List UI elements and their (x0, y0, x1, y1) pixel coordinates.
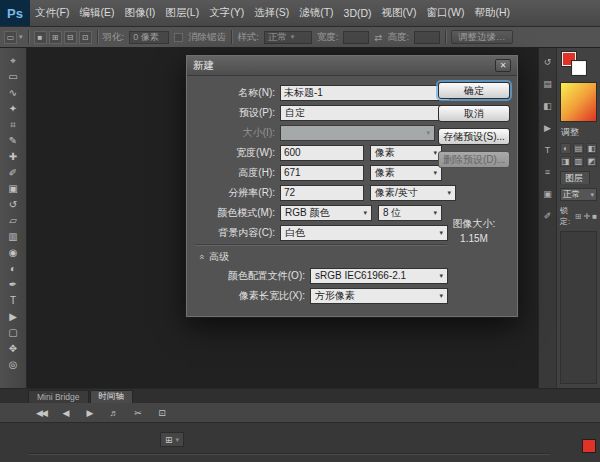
crop-tool-icon[interactable]: ⌗ (2, 117, 24, 133)
history-brush-tool-icon[interactable]: ↺ (2, 197, 24, 213)
brush-tool-icon[interactable]: ✐ (2, 165, 24, 181)
adjustment-icon[interactable]: ▥ (573, 156, 584, 167)
menu-type[interactable]: 文字(Y) (204, 0, 249, 26)
properties-panel-icon[interactable]: ▤ (542, 78, 554, 90)
ok-button[interactable]: 确定 (438, 82, 510, 99)
resolution-input[interactable] (280, 185, 364, 201)
move-tool-icon[interactable]: ⌖ (2, 53, 24, 69)
marquee-tool-icon[interactable]: ▭ (2, 69, 24, 85)
clone-stamp-tool-icon[interactable]: ▣ (2, 181, 24, 197)
dodge-tool-icon[interactable]: ◐ (2, 261, 24, 277)
hand-tool-icon[interactable]: ✥ (2, 341, 24, 357)
dialog-title-bar[interactable]: 新建 ✕ (187, 56, 517, 76)
name-input[interactable] (280, 85, 450, 101)
tool-options-bar: ▭ ▾ ■ ⊞ ⊟ ⊡ 羽化: 0 像素 消除锯齿 样式: 正常 ▾ 宽度: ⇄… (0, 27, 600, 48)
menu-bar: Ps 文件(F) 编辑(E) 图像(I) 图层(L) 文字(Y) 选择(S) 滤… (0, 0, 600, 27)
background-select[interactable]: 白色 ▾ (280, 225, 448, 241)
timeline-menu-dropdown[interactable]: ⊞ ▾ (160, 432, 184, 447)
divider (97, 30, 98, 44)
lock-transparency-icon[interactable]: ⊞ (575, 212, 582, 221)
feather-input[interactable]: 0 像素 (129, 31, 169, 44)
menu-image[interactable]: 图像(I) (119, 0, 160, 26)
tab-mini-bridge[interactable]: Mini Bridge (28, 390, 89, 403)
previous-frame-button[interactable]: ◀ (58, 406, 72, 420)
menu-layer[interactable]: 图层(L) (160, 0, 204, 26)
lock-position-icon[interactable]: ✛ (583, 212, 590, 221)
width-input[interactable] (343, 31, 369, 44)
add-to-selection-icon[interactable]: ⊞ (49, 31, 62, 44)
pixel-aspect-select[interactable]: 方形像素 ▾ (310, 288, 448, 304)
zoom-tool-icon[interactable]: ◎ (2, 357, 24, 373)
background-color-swatch[interactable] (572, 61, 586, 75)
subtract-from-selection-icon[interactable]: ⊟ (64, 31, 77, 44)
color-profile-select[interactable]: sRGB IEC61966-2.1 ▾ (310, 268, 448, 284)
adjustment-icon[interactable]: ◩ (586, 156, 597, 167)
image-size-info: 图像大小: 1.15M (438, 216, 510, 246)
layers-panel-tab[interactable]: 图层 (560, 171, 590, 184)
trim-button[interactable]: ✂ (130, 406, 144, 420)
close-icon[interactable]: ✕ (495, 59, 511, 72)
quick-selection-tool-icon[interactable]: ✦ (2, 101, 24, 117)
eraser-tool-icon[interactable]: ▱ (2, 213, 24, 229)
swap-dimensions-icon[interactable]: ⇄ (374, 32, 382, 43)
menu-select[interactable]: 选择(S) (249, 0, 294, 26)
tool-preset-dropdown[interactable]: ▭ ▾ (4, 31, 23, 44)
intersect-selection-icon[interactable]: ⊡ (79, 31, 92, 44)
menu-edit[interactable]: 编辑(E) (74, 0, 119, 26)
shape-tool-icon[interactable]: ▢ (2, 325, 24, 341)
history-panel-icon[interactable]: ↺ (542, 56, 554, 68)
info-panel-icon[interactable]: ◧ (542, 100, 554, 112)
menu-filter[interactable]: 滤镜(T) (294, 0, 338, 26)
adjustment-icon[interactable]: ▤ (573, 143, 584, 154)
brush-presets-panel-icon[interactable]: ✐ (542, 210, 554, 222)
menu-3d[interactable]: 3D(D) (339, 0, 377, 26)
eyedropper-tool-icon[interactable]: ✎ (2, 133, 24, 149)
refine-edge-button[interactable]: 调整边缘… (451, 30, 513, 44)
advanced-section-header[interactable]: « 高级 (199, 249, 517, 264)
menu-file[interactable]: 文件(F) (30, 0, 74, 26)
style-select[interactable]: 正常 ▾ (264, 31, 312, 44)
save-preset-button[interactable]: 存储预设(S)... (438, 128, 510, 145)
character-panel-icon[interactable]: T (542, 144, 554, 156)
width-input[interactable] (280, 145, 364, 161)
lock-all-icon[interactable]: ■ (592, 212, 597, 221)
antialias-checkbox[interactable] (174, 33, 183, 42)
blur-tool-icon[interactable]: ◉ (2, 245, 24, 261)
adjustment-icon[interactable]: ◐ (560, 143, 571, 154)
new-selection-icon[interactable]: ■ (34, 31, 47, 44)
cancel-button[interactable]: 取消 (438, 105, 510, 122)
color-spectrum-ramp[interactable] (560, 82, 597, 122)
audio-toggle-button[interactable]: ♬ (106, 406, 120, 420)
play-button[interactable]: ▶ (82, 406, 96, 420)
paragraph-panel-icon[interactable]: ≡ (542, 166, 554, 178)
size-label: 大小(I): (197, 126, 275, 140)
adjustment-icon[interactable]: ◨ (560, 156, 571, 167)
pen-tool-icon[interactable]: ✒ (2, 277, 24, 293)
bit-depth-select[interactable]: 8 位 ▾ (378, 205, 442, 221)
width-unit-select[interactable]: 像素 ▾ (370, 145, 442, 161)
actions-panel-icon[interactable]: ▶ (542, 122, 554, 134)
menu-view[interactable]: 视图(V) (377, 0, 422, 26)
color-mode-select[interactable]: RGB 颜色 ▾ (280, 205, 372, 221)
menu-window[interactable]: 窗口(W) (422, 0, 470, 26)
tools-panel: ⌖ ▭ ∿ ✦ ⌗ ✎ ✚ ✐ ▣ ↺ ▱ ▥ ◉ ◐ ✒ T ▶ ▢ ✥ ◎ (0, 48, 27, 388)
gradient-tool-icon[interactable]: ▥ (2, 229, 24, 245)
healing-brush-tool-icon[interactable]: ✚ (2, 149, 24, 165)
color-mode-label: 颜色模式(M): (197, 206, 275, 220)
blend-mode-select[interactable]: 正常 ▾ (560, 188, 597, 201)
height-input[interactable] (280, 165, 364, 181)
lasso-tool-icon[interactable]: ∿ (2, 85, 24, 101)
type-tool-icon[interactable]: T (2, 293, 24, 309)
path-selection-tool-icon[interactable]: ▶ (2, 309, 24, 325)
layer-list[interactable] (560, 231, 597, 384)
height-unit-select[interactable]: 像素 ▾ (370, 165, 442, 181)
adjustment-icon[interactable]: ◧ (586, 143, 597, 154)
clone-source-panel-icon[interactable]: ▣ (542, 188, 554, 200)
red-swatch-icon[interactable] (582, 439, 596, 453)
tab-timeline[interactable]: 时间轴 (90, 390, 134, 403)
menu-help[interactable]: 帮助(H) (470, 0, 516, 26)
preset-select[interactable]: 自定 ▾ (280, 105, 450, 121)
height-input[interactable] (414, 31, 440, 44)
rewind-button[interactable]: ◀◀ (34, 406, 48, 420)
frame-options-button[interactable]: ⊡ (154, 406, 168, 420)
